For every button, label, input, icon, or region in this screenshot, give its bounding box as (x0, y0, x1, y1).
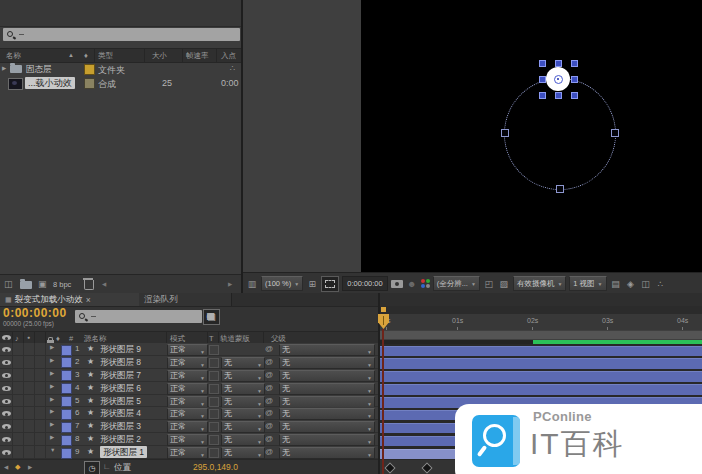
blend-mode-dropdown[interactable]: 正常▼ (167, 370, 208, 382)
layer-name[interactable]: 形状图层 7 (100, 369, 141, 381)
t-toggle[interactable] (209, 345, 219, 355)
layer-duration-bar[interactable] (380, 371, 702, 382)
label-column-icon[interactable]: ♦ (84, 51, 88, 60)
trkmat-dropdown[interactable]: 无▼ (221, 396, 265, 408)
parent-dropdown[interactable]: 无▼ (279, 408, 375, 420)
comp-flowchart-icon[interactable]: ∴ (655, 277, 667, 290)
path-handle[interactable] (556, 185, 564, 193)
pickwhip-icon[interactable]: @ (265, 408, 273, 417)
blend-mode-dropdown[interactable]: 正常▼ (167, 408, 208, 420)
layer-name[interactable]: 形状图层 5 (100, 395, 141, 407)
eye-icon[interactable] (2, 345, 11, 354)
layer-row[interactable]: ▶ 1 ★ 形状图层 9 正常▼ ▼ @ 无▼ (0, 343, 378, 356)
layer-row[interactable]: ▶ 7 ★ 形状图层 3 正常▼ 无▼ @ 无▼ (0, 420, 378, 433)
blend-mode-dropdown[interactable]: 正常▼ (167, 357, 208, 369)
snapshot-camera-icon[interactable] (391, 280, 403, 288)
property-name[interactable]: 位置 (114, 462, 131, 474)
trkmat-dropdown[interactable]: 无▼ (221, 447, 265, 459)
layer-name[interactable]: 形状图层 4 (100, 407, 141, 419)
tab-composition[interactable]: ▦ 裂变式加载小动效 × (0, 293, 149, 306)
trkmat-dropdown[interactable]: 无▼ (221, 370, 265, 382)
layer-name[interactable]: 形状图层 3 (100, 420, 141, 432)
pickwhip-icon[interactable]: @ (265, 370, 273, 379)
property-value[interactable]: 295.0,149.0 (193, 462, 238, 472)
view-layout-dropdown[interactable]: 1 视图▼ (569, 276, 606, 291)
bit-depth-button[interactable]: 8 bpc (53, 280, 71, 289)
trkmat-dropdown[interactable]: 无▼ (221, 434, 265, 446)
layer-duration-bar[interactable] (380, 384, 702, 395)
layer-label-swatch[interactable] (61, 409, 72, 420)
layer-label-swatch[interactable] (61, 422, 72, 433)
twirl-icon[interactable]: ▶ (50, 357, 54, 363)
keyframe-icon[interactable] (384, 462, 395, 473)
layer-name[interactable]: 形状图层 9 (100, 343, 141, 355)
stopwatch-icon[interactable]: ◷ (84, 461, 100, 474)
label-color-swatch[interactable] (84, 64, 95, 75)
sort-arrow-icon[interactable]: ▲ (68, 52, 74, 58)
twirl-icon[interactable]: ▶ (50, 383, 54, 389)
eye-icon[interactable] (2, 435, 11, 444)
transparency-grid-icon[interactable]: ▨ (498, 277, 510, 290)
selection-handle[interactable] (571, 92, 578, 99)
layer-name[interactable]: 形状图层 8 (100, 356, 141, 368)
item-name[interactable]: ...载小动效 (25, 77, 75, 89)
parent-dropdown[interactable]: 无▼ (279, 434, 375, 446)
layer-row[interactable]: ▶ 2 ★ 形状图层 8 正常▼ 无▼ @ 无▼ (0, 356, 378, 369)
layer-label-swatch[interactable] (61, 448, 72, 459)
layer-label-swatch[interactable] (61, 357, 72, 368)
scroll-right-icon[interactable]: ▶ (228, 281, 232, 287)
eye-icon[interactable] (2, 422, 11, 431)
twirl-icon[interactable]: ▶ (50, 370, 54, 376)
flowchart-icon[interactable]: ∴ (230, 64, 235, 73)
pickwhip-icon[interactable]: @ (265, 421, 273, 430)
blend-mode-dropdown[interactable]: 正常▼ (167, 396, 208, 408)
t-toggle[interactable] (209, 358, 219, 368)
keyframe-toggle-icon[interactable]: ◆ (15, 463, 20, 471)
twirl-icon[interactable]: ▶ (50, 396, 54, 402)
twirl-icon[interactable]: ▶ (50, 421, 54, 427)
eye-icon[interactable] (2, 384, 11, 393)
t-toggle[interactable] (209, 409, 219, 419)
layer-name[interactable]: 形状图层 2 (100, 433, 141, 445)
prev-keyframe-icon[interactable]: ◀ (4, 464, 8, 470)
selection-handle[interactable] (539, 92, 546, 99)
layer-label-swatch[interactable] (61, 435, 72, 446)
magnification-dropdown[interactable]: (100 %)▼ (261, 276, 303, 291)
blend-mode-dropdown[interactable]: 正常▼ (167, 434, 208, 446)
twirl-icon[interactable]: ▼ (50, 447, 55, 453)
eye-icon[interactable] (2, 448, 11, 457)
layer-row[interactable]: ▶ 8 ★ 形状图层 2 正常▼ 无▼ @ 无▼ (0, 433, 378, 446)
selection-handle[interactable] (571, 60, 578, 67)
t-toggle[interactable] (209, 384, 219, 394)
next-keyframe-icon[interactable]: ▶ (28, 464, 32, 470)
selection-handle[interactable] (555, 60, 562, 67)
t-toggle[interactable] (209, 448, 219, 458)
parent-dropdown[interactable]: 无▼ (279, 344, 375, 356)
selection-handle[interactable] (571, 76, 578, 83)
close-icon[interactable]: × (86, 295, 91, 305)
pickwhip-icon[interactable]: @ (265, 396, 273, 405)
work-area-marker[interactable] (381, 307, 386, 312)
video-column-icon[interactable] (2, 333, 11, 342)
interpret-footage-icon[interactable]: ◫ (4, 279, 13, 289)
region-of-interest-icon[interactable]: ◰ (483, 277, 495, 290)
fast-preview-icon[interactable]: ◫ (640, 277, 652, 290)
layer-row[interactable]: ▼ 9 ★ 形状图层 1 正常▼ 无▼ @ 无▼ (0, 446, 378, 459)
pixel-aspect-icon[interactable]: ◈ (625, 277, 637, 290)
composition-canvas[interactable] (361, 0, 702, 272)
tab-render-queue[interactable]: 渲染队列 (139, 293, 232, 306)
trash-icon[interactable] (84, 280, 94, 290)
pickwhip-icon[interactable]: @ (265, 434, 273, 443)
show-channel-icon[interactable] (421, 279, 430, 288)
path-handle[interactable] (501, 129, 509, 137)
layer-duration-bar[interactable] (380, 358, 702, 369)
layer-label-swatch[interactable] (61, 345, 72, 356)
parent-dropdown[interactable]: 无▼ (279, 357, 375, 369)
work-area-bar[interactable] (380, 330, 702, 340)
current-timecode[interactable]: 0:00:00:00 (3, 307, 67, 320)
project-search-input[interactable] (3, 28, 240, 41)
layer-label-swatch[interactable] (61, 383, 72, 394)
blend-mode-dropdown[interactable]: 正常▼ (167, 447, 208, 459)
pickwhip-icon[interactable]: @ (265, 383, 273, 392)
anchor-point[interactable] (554, 75, 563, 84)
